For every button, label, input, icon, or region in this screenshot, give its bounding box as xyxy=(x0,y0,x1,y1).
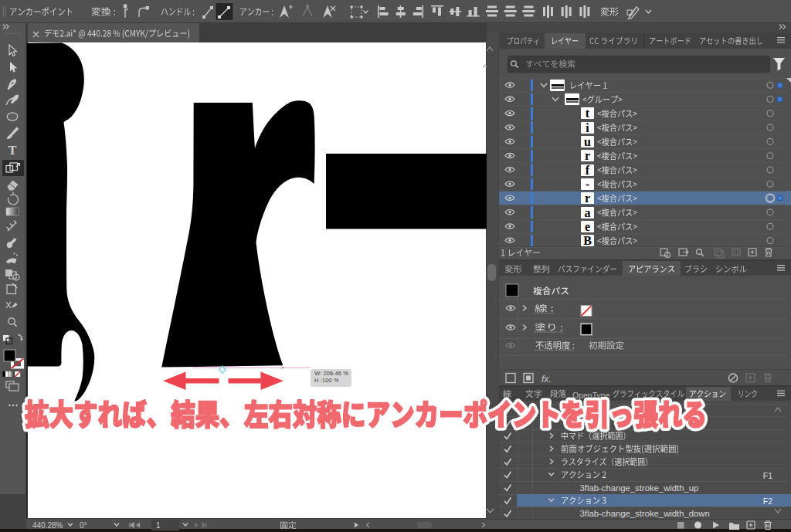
svg-text:fx.: fx. xyxy=(541,374,552,385)
svg-text:1: 1 xyxy=(156,521,161,530)
svg-text:T: T xyxy=(8,144,17,157)
